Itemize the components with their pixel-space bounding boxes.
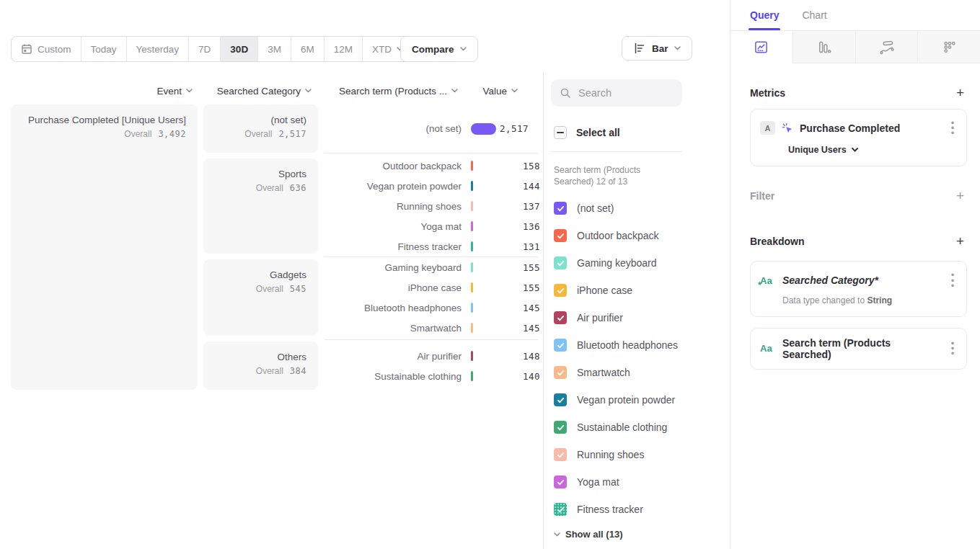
filter-item[interactable]: Outdoor backpack	[554, 222, 730, 249]
filter-item[interactable]: (not set)	[554, 195, 730, 222]
filter-item[interactable]: Running shoes	[554, 441, 730, 468]
column-header-value[interactable]: Value	[462, 84, 518, 98]
divider	[551, 151, 682, 152]
overall-label: Overall	[244, 129, 272, 139]
date-range-custom[interactable]: Custom	[12, 37, 81, 61]
date-range-today[interactable]: Today	[81, 37, 126, 61]
date-range-6m[interactable]: 6M	[291, 37, 324, 61]
date-range-label: XTD	[372, 44, 392, 55]
kebab-menu-icon[interactable]: •••	[948, 341, 957, 356]
compare-button[interactable]: Compare	[400, 36, 478, 62]
breakdown-property-name: Search term (Products Searched)	[782, 337, 942, 360]
value-bar-zone	[471, 241, 518, 251]
filter-item-label: Running shoes	[577, 449, 644, 460]
kebab-menu-icon[interactable]: •••	[948, 272, 957, 287]
value-row: Yoga mat136	[325, 216, 541, 236]
column-header-searched-category[interactable]: Searched Category	[203, 84, 312, 98]
breakdown-card[interactable]: Aa* Searched Category* ••• Data type cha…	[750, 261, 967, 316]
column-header-label: Search term (Products ...	[339, 86, 447, 97]
value-number: 140	[523, 371, 540, 382]
search-term-label: Gaming keyboard	[325, 262, 462, 273]
value-bar-zone	[471, 221, 518, 231]
category-cell: SportsOverall636	[203, 159, 318, 254]
tab-chart[interactable]: Chart	[802, 0, 826, 30]
date-range-12m[interactable]: 12M	[324, 37, 362, 61]
add-metric-button[interactable]: +	[953, 84, 967, 101]
value-bar	[471, 221, 473, 231]
search-input-wrap[interactable]	[551, 79, 682, 107]
breakdown-card[interactable]: Aa Search term (Products Searched) •••	[750, 328, 967, 370]
date-range-30d[interactable]: 30D	[220, 37, 257, 61]
checked-checkbox-icon	[554, 229, 567, 242]
chevron-down-icon	[186, 89, 193, 93]
search-term-label: Running shoes	[325, 201, 462, 212]
search-term-label: Smartwatch	[325, 323, 462, 334]
value-row: Outdoor backpack158	[325, 156, 541, 176]
chart-type-label: Bar	[652, 43, 668, 54]
event-icon	[782, 122, 793, 134]
value-number: 136	[523, 221, 540, 232]
filter-item[interactable]: Bluetooth headphones	[554, 331, 730, 359]
filter-item[interactable]: Vegan protein powder	[554, 386, 730, 414]
overall-value: 3,492	[158, 129, 186, 139]
filter-item[interactable]: Sustainable clothing	[554, 414, 730, 441]
string-property-icon: Aa*	[760, 275, 776, 286]
report-tab-flows[interactable]	[856, 31, 919, 63]
value-bar	[471, 262, 473, 272]
calendar-icon	[21, 43, 32, 55]
filter-item[interactable]: Smartwatch	[554, 359, 730, 386]
flows-icon	[879, 40, 894, 55]
chart-type-button[interactable]: Bar	[622, 36, 692, 61]
date-range-3m[interactable]: 3M	[257, 37, 291, 61]
value-row: Fitness tracker131	[325, 236, 541, 256]
value-group: (not set)2,517	[325, 104, 541, 153]
category-name: Sports	[215, 169, 306, 179]
value-number: 145	[523, 323, 540, 334]
report-tab-insights[interactable]	[730, 31, 793, 63]
value-row: Sustainable clothing140	[325, 366, 541, 386]
aggregation-selector[interactable]: Unique Users	[788, 145, 957, 155]
filter-item[interactable]: Air purifier	[554, 304, 730, 331]
category-cell: GadgetsOverall545	[203, 259, 318, 336]
filter-item[interactable]: Gaming keyboard	[554, 249, 730, 277]
chevron-down-icon	[451, 89, 458, 93]
metrics-header: Metrics	[750, 87, 785, 99]
add-filter-button[interactable]: +	[953, 187, 967, 204]
report-tab-retention[interactable]	[918, 31, 980, 63]
series-filter-panel: Select all Search term (Products Searche…	[544, 72, 730, 549]
show-all-toggle[interactable]: Show all (13)	[554, 529, 622, 540]
value-row: iPhone case155	[325, 277, 541, 298]
category-name: Gadgets	[215, 269, 306, 280]
kebab-menu-icon[interactable]: •••	[948, 120, 957, 135]
search-term-label: Bluetooth headphones	[325, 303, 462, 313]
bar-chart-icon	[633, 42, 646, 55]
date-range-label: 7D	[198, 44, 211, 55]
add-breakdown-button[interactable]: +	[953, 233, 967, 249]
search-term-label: Yoga mat	[325, 221, 462, 232]
column-header-search-term[interactable]: Search term (Products ...	[325, 84, 458, 98]
filter-item-list: (not set)Outdoor backpackGaming keyboard…	[551, 195, 730, 523]
metric-event-name: Purchase Completed	[800, 122, 942, 134]
retention-icon	[942, 40, 957, 55]
filter-item-label: Yoga mat	[577, 476, 619, 488]
tab-query[interactable]: Query	[750, 0, 779, 30]
report-type-tabs	[730, 31, 980, 63]
overall-label: Overall	[256, 284, 283, 294]
group-divider	[325, 339, 538, 340]
filter-item[interactable]: Yoga mat	[554, 468, 730, 496]
filter-item[interactable]: iPhone case	[554, 277, 730, 304]
metric-card[interactable]: A Purchase Completed ••• Unique Users	[750, 109, 967, 166]
string-property-icon: Aa	[760, 343, 776, 354]
value-bar-zone	[471, 181, 518, 191]
value-bar	[471, 123, 496, 135]
checked-checkbox-icon	[554, 284, 567, 297]
search-term-label: Fitness tracker	[325, 241, 462, 252]
report-tab-funnels[interactable]	[793, 31, 856, 63]
select-all-checkbox[interactable]: Select all	[554, 126, 730, 139]
search-input[interactable]	[578, 87, 672, 99]
filter-item[interactable]: Fitness tracker	[554, 496, 730, 523]
value-bar	[471, 351, 473, 361]
date-range-yesterday[interactable]: Yesterday	[126, 37, 189, 61]
date-range-7d[interactable]: 7D	[188, 37, 220, 61]
column-header-event[interactable]: Event	[11, 84, 193, 98]
